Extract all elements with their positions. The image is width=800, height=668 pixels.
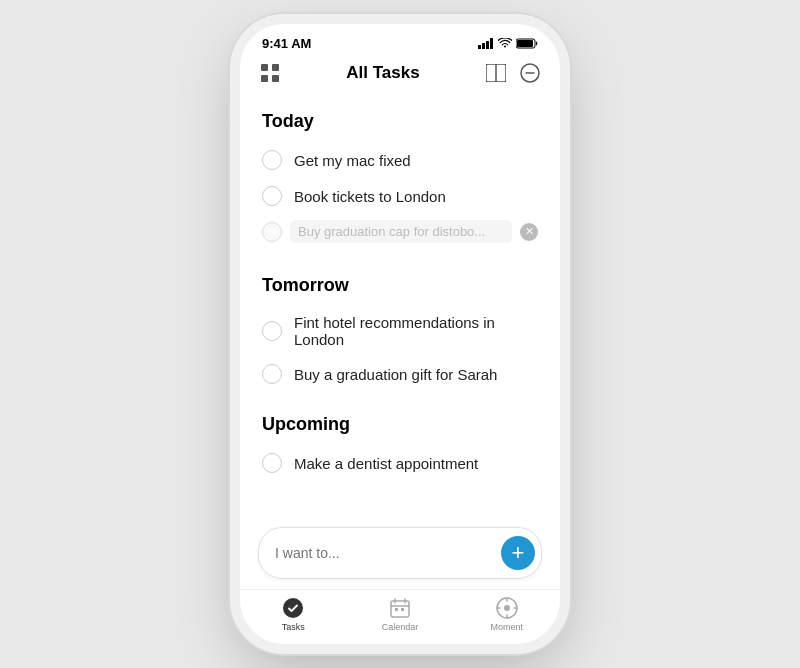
svg-rect-0 [478,45,481,49]
status-time: 9:41 AM [262,36,311,51]
moment-tab-icon [495,596,519,620]
task-label: Get my mac fixed [294,152,411,169]
svg-rect-20 [401,608,404,611]
section-divider [262,392,538,408]
status-icons [478,38,538,49]
calendar-tab-icon [388,596,412,620]
bottom-spacer [262,481,538,501]
today-input-row: ✕ [262,214,538,253]
svg-rect-5 [517,40,533,47]
svg-point-14 [283,598,303,618]
tasks-tab-icon [281,596,305,620]
upcoming-header: Upcoming [262,414,538,435]
svg-rect-8 [261,75,268,82]
minus-circle-icon[interactable] [518,61,542,85]
svg-rect-3 [490,38,493,49]
input-circle [262,222,282,242]
task-checkbox[interactable] [262,321,282,341]
task-checkbox[interactable] [262,364,282,384]
add-task-input[interactable] [275,545,501,561]
svg-rect-9 [272,75,279,82]
content-area: Today Get my mac fixed Book tickets to L… [240,95,560,519]
svg-rect-7 [272,64,279,71]
tomorrow-section: Tomorrow Fint hotel recommendations in L… [262,275,538,392]
battery-icon [516,38,538,49]
task-label: Make a dentist appointment [294,455,478,472]
section-divider [262,253,538,269]
task-item: Buy a graduation gift for Sarah [262,356,538,392]
tab-calendar[interactable]: Calendar [347,596,454,632]
task-item: Make a dentist appointment [262,445,538,481]
task-label: Buy a graduation gift for Sarah [294,366,497,383]
bottom-area: + [240,519,560,589]
tomorrow-header: Tomorrow [262,275,538,296]
wifi-icon [498,38,512,49]
status-bar: 9:41 AM [240,24,560,55]
page-title: All Tasks [346,63,419,83]
layout-icon[interactable] [484,61,508,85]
today-header: Today [262,111,538,132]
tab-moment[interactable]: Moment [453,596,560,632]
clear-input-button[interactable]: ✕ [520,223,538,241]
task-label: Book tickets to London [294,188,446,205]
today-task-input[interactable] [290,220,512,243]
tab-bar: Tasks Calendar [240,589,560,644]
add-task-button[interactable]: + [501,536,535,570]
tab-tasks[interactable]: Tasks [240,596,347,632]
today-section: Today Get my mac fixed Book tickets to L… [262,111,538,253]
signal-icon [478,38,494,49]
task-item: Book tickets to London [262,178,538,214]
svg-rect-6 [261,64,268,71]
add-task-bar: + [258,527,542,579]
upcoming-section: Upcoming Make a dentist appointment [262,414,538,481]
calendar-tab-label: Calendar [382,622,419,632]
svg-rect-1 [482,43,485,49]
task-item: Get my mac fixed [262,142,538,178]
grid-icon[interactable] [258,61,282,85]
toolbar: All Tasks [240,55,560,95]
svg-rect-2 [486,41,489,49]
svg-rect-19 [395,608,398,611]
svg-point-22 [504,605,510,611]
task-checkbox[interactable] [262,453,282,473]
task-checkbox[interactable] [262,150,282,170]
task-checkbox[interactable] [262,186,282,206]
moment-tab-label: Moment [490,622,523,632]
svg-rect-15 [391,601,409,617]
task-label: Fint hotel recommendations in London [294,314,538,348]
task-item: Fint hotel recommendations in London [262,306,538,356]
tasks-tab-label: Tasks [282,622,305,632]
phone-shell: 9:41 AM [240,24,560,644]
